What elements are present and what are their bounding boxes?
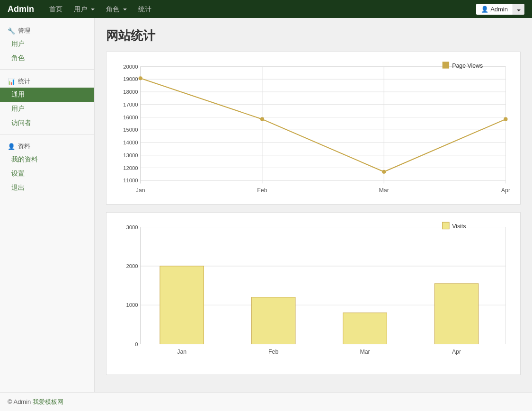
nav-link-home[interactable]: 首页 (44, 0, 68, 18)
bar-chart-legend-icon (443, 223, 449, 229)
bar-chart-svg: 3000 2000 1000 0 Jan Feb Mar Apr Visits (111, 217, 515, 368)
user-dropdown-button[interactable] (513, 4, 524, 15)
line-chart-container: 20000 19000 18000 17000 16000 15000 1400… (106, 52, 521, 205)
profile-icon: 👤 (8, 143, 15, 150)
nav-link-stats[interactable]: 统计 (133, 0, 157, 18)
wrench-icon: 🔧 (8, 27, 15, 35)
section-label-profile: 资料 (18, 142, 30, 151)
nav-item-home[interactable]: 首页 (44, 0, 68, 18)
footer-link[interactable]: 我爱模板网 (33, 398, 63, 406)
svg-text:2000: 2000 (126, 263, 138, 269)
sidebar-item-logout[interactable]: 退出 (0, 181, 94, 195)
svg-text:13000: 13000 (123, 152, 138, 158)
sidebar-item-stat-users[interactable]: 用户 (0, 102, 94, 116)
nav-links: 首页 用户 角色 统计 (44, 0, 476, 18)
sidebar: 🔧 管理 用户 角色 📊 统计 通用 用户 访问者 👤 资料 我的资料 设置 退… (0, 18, 95, 392)
data-point-apr (504, 117, 507, 121)
sidebar-item-roles[interactable]: 角色 (0, 51, 94, 65)
svg-text:3000: 3000 (126, 224, 138, 230)
svg-text:Mar: Mar (360, 348, 370, 355)
bar-mar (343, 313, 387, 344)
nav-item-stats[interactable]: 统计 (133, 0, 157, 18)
sidebar-section-management: 🔧 管理 (0, 23, 94, 37)
line-chart-legend-icon (443, 62, 449, 68)
nav-item-users[interactable]: 用户 (68, 0, 100, 18)
svg-text:17000: 17000 (123, 102, 138, 107)
svg-text:0: 0 (135, 341, 138, 347)
bar-apr (434, 284, 479, 344)
sidebar-divider-1 (0, 69, 94, 70)
bar-chart-container: 3000 2000 1000 0 Jan Feb Mar Apr Visits (106, 212, 521, 375)
svg-text:Apr: Apr (501, 187, 510, 194)
footer: © Admin 我爱模板网 (0, 392, 532, 411)
user-dropdown: 👤 Admin (476, 4, 524, 15)
line-chart-legend-label: Page Views (452, 63, 483, 69)
sidebar-item-visitors[interactable]: 访问者 (0, 116, 94, 130)
sidebar-item-my-profile[interactable]: 我的资料 (0, 152, 94, 167)
line-chart-svg: 20000 19000 18000 17000 16000 15000 1400… (111, 57, 515, 198)
sidebar-section-stats: 📊 统计 (0, 73, 94, 88)
svg-text:Apr: Apr (452, 348, 461, 355)
svg-text:19000: 19000 (123, 76, 138, 82)
svg-text:16000: 16000 (123, 115, 138, 120)
sidebar-section-profile: 👤 资料 (0, 138, 94, 152)
svg-text:1000: 1000 (126, 303, 138, 308)
nav-item-roles[interactable]: 角色 (100, 0, 133, 18)
main-layout: 🔧 管理 用户 角色 📊 统计 通用 用户 访问者 👤 资料 我的资料 设置 退… (0, 18, 532, 392)
svg-text:Jan: Jan (136, 187, 145, 194)
bar-jan (160, 266, 204, 344)
dropdown-caret-icon (517, 9, 521, 11)
user-button[interactable]: 👤 Admin (476, 4, 513, 15)
bar-chart-icon: 📊 (8, 78, 15, 85)
svg-text:14000: 14000 (123, 140, 138, 145)
sidebar-item-users[interactable]: 用户 (0, 37, 94, 51)
svg-text:Feb: Feb (257, 187, 267, 194)
svg-text:18000: 18000 (123, 89, 138, 95)
user-icon: 👤 (481, 6, 488, 13)
nav-link-roles[interactable]: 角色 (100, 0, 133, 18)
caret-icon (123, 9, 127, 10)
data-point-mar (382, 170, 386, 174)
svg-text:20000: 20000 (123, 64, 138, 70)
section-label-management: 管理 (18, 27, 30, 35)
bar-feb (251, 297, 295, 344)
svg-text:11000: 11000 (123, 178, 138, 183)
page-title: 网站统计 (106, 27, 521, 44)
sidebar-item-settings[interactable]: 设置 (0, 167, 94, 181)
data-point-jan (139, 76, 142, 80)
svg-text:15000: 15000 (123, 127, 138, 133)
brand: Admin (8, 4, 34, 14)
svg-text:12000: 12000 (123, 165, 138, 171)
user-label: Admin (490, 6, 508, 13)
section-label-stats: 统计 (18, 77, 30, 86)
navbar: Admin 首页 用户 角色 统计 👤 Admin (0, 0, 532, 18)
sidebar-divider-2 (0, 134, 94, 134)
bar-chart-legend-label: Visits (452, 223, 466, 230)
svg-text:Mar: Mar (379, 187, 389, 194)
svg-text:Jan: Jan (177, 348, 186, 355)
nav-link-users[interactable]: 用户 (68, 0, 100, 18)
svg-text:Feb: Feb (268, 348, 278, 355)
data-point-feb (260, 117, 264, 121)
caret-icon (91, 9, 95, 10)
footer-copyright: © Admin (8, 398, 31, 405)
main-content: 网站统计 20000 (95, 18, 532, 392)
sidebar-item-general[interactable]: 通用 (0, 88, 94, 102)
